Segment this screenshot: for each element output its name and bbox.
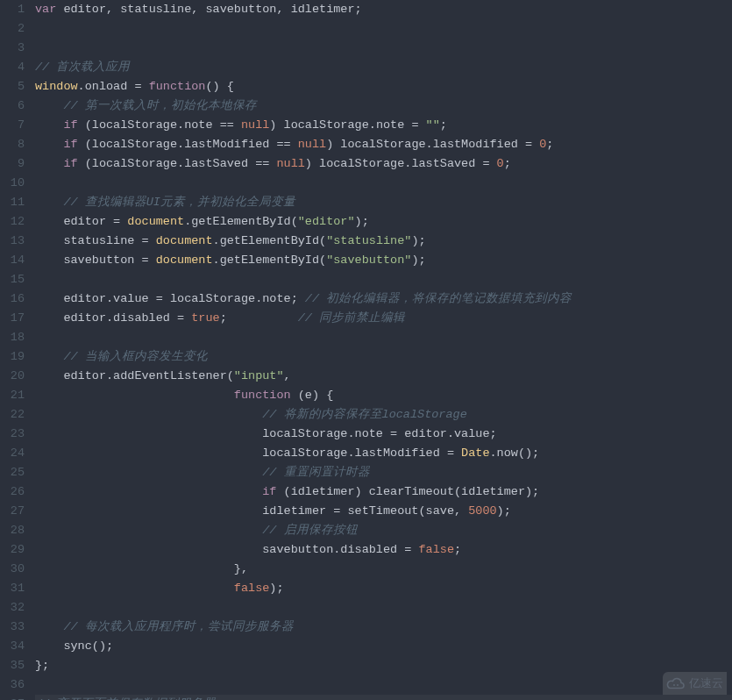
code-line[interactable]: // 启用保存按钮 bbox=[35, 521, 732, 540]
line-number: 19 bbox=[0, 347, 25, 367]
line-number: 6 bbox=[0, 96, 25, 116]
line-number: 11 bbox=[0, 193, 25, 212]
code-area[interactable]: var editor, statusline, savebutton, idle… bbox=[32, 0, 732, 700]
line-number: 34 bbox=[0, 637, 25, 656]
line-number: 14 bbox=[0, 251, 25, 270]
line-number: 16 bbox=[0, 289, 25, 309]
code-line[interactable]: if (localStorage.lastModified == null) l… bbox=[35, 135, 732, 154]
code-line[interactable]: idletimer = setTimeout(save, 5000); bbox=[35, 502, 732, 521]
code-line[interactable] bbox=[35, 328, 732, 347]
code-line[interactable]: // 每次载入应用程序时，尝试同步服务器 bbox=[35, 618, 732, 637]
watermark-text: 亿速云 bbox=[689, 674, 723, 693]
code-line[interactable]: function (e) { bbox=[35, 386, 732, 405]
line-number: 35 bbox=[0, 656, 25, 675]
code-line[interactable]: statusline = document.getElementById("st… bbox=[35, 232, 732, 251]
line-number: 17 bbox=[0, 309, 25, 328]
code-line[interactable]: var editor, statusline, savebutton, idle… bbox=[35, 0, 732, 19]
line-number: 23 bbox=[0, 425, 25, 444]
code-line[interactable]: savebutton.disabled = false; bbox=[35, 540, 732, 560]
code-line[interactable]: false); bbox=[35, 579, 732, 598]
code-line[interactable]: editor.addEventListener("input", bbox=[35, 367, 732, 386]
line-number: 24 bbox=[0, 444, 25, 463]
svg-point-1 bbox=[677, 684, 679, 686]
svg-point-0 bbox=[673, 684, 675, 686]
code-line[interactable] bbox=[35, 598, 732, 618]
code-line[interactable]: // 第一次载入时，初始化本地保存 bbox=[35, 96, 732, 116]
line-number: 36 bbox=[0, 675, 25, 695]
code-line[interactable]: localStorage.lastModified = Date.now(); bbox=[35, 444, 732, 463]
code-line[interactable] bbox=[35, 19, 732, 39]
line-number: 22 bbox=[0, 405, 25, 425]
line-number: 26 bbox=[0, 482, 25, 502]
code-line[interactable]: // 首次载入应用 bbox=[35, 58, 732, 77]
line-number-gutter: 1234567891011121314151617181920212223242… bbox=[0, 0, 32, 700]
code-line[interactable]: // 将新的内容保存至localStorage bbox=[35, 405, 732, 425]
code-line[interactable] bbox=[35, 174, 732, 193]
line-number: 13 bbox=[0, 232, 25, 251]
code-line[interactable] bbox=[35, 270, 732, 289]
line-number: 25 bbox=[0, 463, 25, 482]
code-line[interactable]: editor.disabled = true; // 同步前禁止编辑 bbox=[35, 309, 732, 328]
line-number: 7 bbox=[0, 116, 25, 135]
line-number: 21 bbox=[0, 386, 25, 405]
line-number: 4 bbox=[0, 58, 25, 77]
line-number: 12 bbox=[0, 212, 25, 232]
code-line[interactable]: // 查找编辑器UI元素，并初始化全局变量 bbox=[35, 193, 732, 212]
line-number: 3 bbox=[0, 39, 25, 58]
line-number: 37 bbox=[0, 695, 25, 700]
code-editor: 1234567891011121314151617181920212223242… bbox=[0, 0, 732, 700]
code-line[interactable]: // 重置闲置计时器 bbox=[35, 463, 732, 482]
line-number: 9 bbox=[0, 154, 25, 174]
line-number: 20 bbox=[0, 367, 25, 386]
code-line[interactable]: window.onload = function() { bbox=[35, 77, 732, 96]
code-line[interactable]: // 当输入框内容发生变化 bbox=[35, 347, 732, 367]
line-number: 5 bbox=[0, 77, 25, 96]
code-line[interactable]: if (idletimer) clearTimeout(idletimer); bbox=[35, 482, 732, 502]
code-line[interactable] bbox=[35, 675, 732, 695]
line-number: 33 bbox=[0, 618, 25, 637]
line-number: 30 bbox=[0, 560, 25, 579]
line-number: 18 bbox=[0, 328, 25, 347]
line-number: 31 bbox=[0, 579, 25, 598]
code-line[interactable]: editor = document.getElementById("editor… bbox=[35, 212, 732, 232]
code-line[interactable]: if (localStorage.lastSaved == null) loca… bbox=[35, 154, 732, 174]
code-line[interactable]: if (localStorage.note == null) localStor… bbox=[35, 116, 732, 135]
line-number: 15 bbox=[0, 270, 25, 289]
line-number: 1 bbox=[0, 0, 25, 19]
code-line[interactable]: editor.value = localStorage.note; // 初始化… bbox=[35, 289, 732, 309]
line-number: 10 bbox=[0, 174, 25, 193]
line-number: 27 bbox=[0, 502, 25, 521]
code-line[interactable]: savebutton = document.getElementById("sa… bbox=[35, 251, 732, 270]
code-line[interactable]: localStorage.note = editor.value; bbox=[35, 425, 732, 444]
line-number: 28 bbox=[0, 521, 25, 540]
line-number: 2 bbox=[0, 19, 25, 39]
code-line[interactable]: }, bbox=[35, 560, 732, 579]
line-number: 32 bbox=[0, 598, 25, 618]
line-number: 29 bbox=[0, 540, 25, 560]
code-line[interactable]: sync(); bbox=[35, 637, 732, 656]
line-number: 8 bbox=[0, 135, 25, 154]
code-line[interactable]: // 离开页面前保存数据到服务器 bbox=[35, 695, 732, 700]
code-line[interactable]: }; bbox=[35, 656, 732, 675]
code-line[interactable] bbox=[35, 39, 732, 58]
cloud-icon bbox=[666, 676, 686, 690]
watermark: 亿速云 bbox=[663, 672, 727, 695]
